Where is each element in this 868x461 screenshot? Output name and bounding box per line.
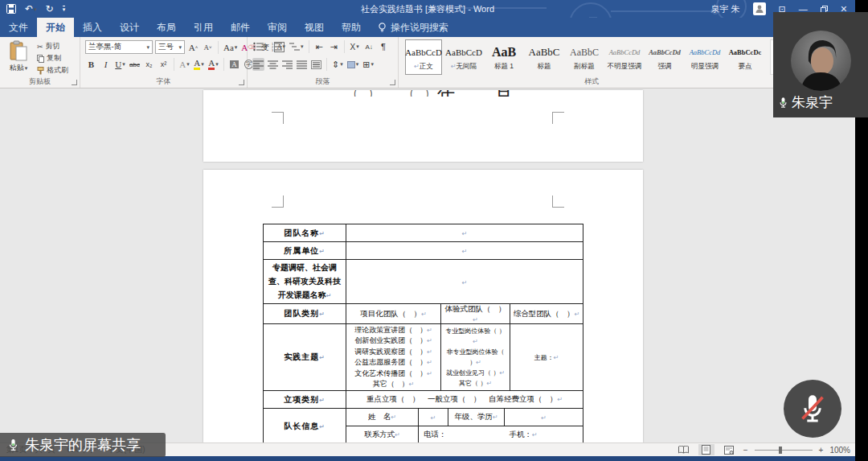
- copy-button[interactable]: 复制: [37, 52, 68, 64]
- cell-team-type-1[interactable]: 项目化团队（ ）↵: [346, 304, 441, 324]
- tab-mailings[interactable]: 邮件: [222, 18, 259, 37]
- title-bar: ↶▾ ↻ ▾ 社会实践结题书 [兼容模式] - Word 泉宇 朱 ⊡ — ×: [0, 0, 855, 18]
- increase-indent-button[interactable]: ⇥: [328, 40, 340, 53]
- font-name-combo[interactable]: 兰亭黑-简▾: [85, 40, 153, 54]
- shrink-font-button[interactable]: A˅: [202, 41, 214, 54]
- borders-button[interactable]: ⊞▾: [362, 58, 375, 71]
- shading-button[interactable]: ▾: [346, 58, 360, 71]
- cell-team-name-value[interactable]: ↵: [346, 224, 583, 242]
- align-left-button[interactable]: [252, 58, 264, 71]
- cell-unit-label[interactable]: 所属单位↵: [264, 242, 346, 260]
- style-strong[interactable]: AaBbCcDc 要点: [727, 39, 764, 75]
- clipboard-dialog-launcher[interactable]: [72, 80, 77, 85]
- style-heading1[interactable]: AaB 标题 1: [485, 39, 522, 75]
- cell-theme-label[interactable]: 实践主题↵: [264, 324, 346, 391]
- cell-leader-name-value[interactable]: ↵: [419, 409, 448, 426]
- cell-theme-col1[interactable]: 理论政策宣讲团（ ）↵ 创新创业实践团（ ）↵ 调研实践观察团（ ）↵ 公益志愿…: [346, 324, 441, 391]
- style-subtitle[interactable]: AaBbC 副标题: [566, 39, 603, 75]
- numbering-button[interactable]: 123▾: [271, 40, 287, 53]
- superscript-button[interactable]: x²: [158, 58, 170, 71]
- bullets-button[interactable]: ▾: [252, 40, 268, 53]
- zoom-slider[interactable]: [755, 444, 813, 455]
- subscript-button[interactable]: x₂: [143, 58, 155, 71]
- cell-leader-contact-value[interactable]: 电话： 手机：↵: [419, 426, 583, 443]
- distribute-button[interactable]: [310, 58, 322, 71]
- italic-button[interactable]: I: [100, 58, 112, 71]
- cell-leader-label[interactable]: 队长信息↵: [264, 409, 346, 443]
- cell-theme-col2[interactable]: 专业型岗位体验（ ）↵ 非专业型岗位体验（ ）↵ 就业创业见习（ ）↵ 其它（ …: [441, 324, 510, 391]
- style-normal[interactable]: AaBbCcD ↵正文: [405, 39, 442, 75]
- character-shading-button[interactable]: A: [228, 58, 240, 71]
- cell-leader-grade-label[interactable]: 年级、学历↵: [448, 409, 505, 426]
- cell-theme-topic[interactable]: 主题：↵: [510, 324, 583, 391]
- justify-button[interactable]: [296, 58, 308, 71]
- show-marks-button[interactable]: ¶: [378, 40, 390, 53]
- tab-references[interactable]: 引用: [185, 18, 222, 37]
- strikethrough-button[interactable]: abc: [129, 58, 141, 71]
- cell-team-type-3[interactable]: 综合型团队（ ）↵: [510, 304, 583, 324]
- tab-layout[interactable]: 布局: [148, 18, 185, 37]
- align-right-button[interactable]: [281, 58, 293, 71]
- cell-project-value[interactable]: ↵: [346, 260, 583, 304]
- cell-leader-contact-label[interactable]: 联系方式↵: [346, 426, 419, 443]
- align-center-button[interactable]: [267, 58, 279, 71]
- user-avatar-icon[interactable]: [753, 2, 766, 15]
- clipboard-group-label: 剪贴板: [0, 76, 80, 87]
- paragraph-dialog-launcher[interactable]: [390, 80, 395, 85]
- decrease-indent-button[interactable]: ⇤: [313, 40, 326, 53]
- font-size-combo[interactable]: 三号▾: [155, 40, 185, 54]
- paste-button[interactable]: 粘贴▾: [4, 40, 33, 80]
- zoom-in-button[interactable]: +: [819, 446, 824, 455]
- document-page-2[interactable]: 团队名称↵ ↵ 所属单位↵ ↵ 专题调研、社会调查、科研攻关及科技开发课题名称↵…: [203, 170, 643, 442]
- grow-font-button[interactable]: A˄: [187, 41, 199, 54]
- text-highlight-button[interactable]: A▾: [193, 58, 205, 71]
- microphone-mute-button[interactable]: [784, 380, 841, 438]
- line-spacing-button[interactable]: ⇕▾: [331, 58, 344, 71]
- font-dialog-launcher[interactable]: [239, 80, 244, 85]
- cell-funding-label[interactable]: 立项类别↵: [264, 391, 346, 409]
- cell-unit-value[interactable]: ↵: [346, 242, 583, 260]
- underline-button[interactable]: U▾: [114, 58, 126, 71]
- format-painter-button[interactable]: 格式刷: [37, 64, 68, 76]
- style-title[interactable]: AaBbC 标题: [526, 39, 563, 75]
- zoom-out-button[interactable]: −: [743, 446, 748, 455]
- webcam-panel[interactable]: 朱泉宇: [773, 12, 868, 117]
- style-emphasis[interactable]: AaBbCcDd 强调: [646, 39, 683, 75]
- tab-file[interactable]: 文件: [0, 18, 37, 37]
- web-layout-button[interactable]: [721, 444, 737, 455]
- cell-project-label[interactable]: 专题调研、社会调查、科研攻关及科技开发课题名称↵: [264, 260, 346, 304]
- document-page-1[interactable]: 二〇二〇年 月: [203, 90, 643, 162]
- style-intense-emphasis[interactable]: AaBbCcDd 明显强调: [686, 39, 723, 75]
- cut-button[interactable]: ✂剪切: [37, 40, 68, 52]
- styles-gallery: AaBbCcD ↵正文 AaBbCcD ↵无间隔 AaB 标题 1 AaBbC …: [405, 39, 764, 75]
- tell-me-search[interactable]: 操作说明搜索: [370, 18, 457, 37]
- print-layout-button[interactable]: [698, 444, 714, 455]
- zoom-level[interactable]: 100%: [829, 446, 850, 455]
- cell-funding-value[interactable]: 重点立项（ ） 一般立项（ ） 自筹经费立项（ ）↵: [346, 391, 583, 409]
- signed-in-user[interactable]: 泉宇 朱: [711, 3, 740, 15]
- zoom-slider-thumb[interactable]: [779, 447, 782, 454]
- tab-design[interactable]: 设计: [111, 18, 148, 37]
- bold-button[interactable]: B: [85, 58, 97, 71]
- asian-layout-button[interactable]: X▾: [349, 40, 361, 53]
- font-color-button[interactable]: A▾: [207, 58, 219, 71]
- tab-help[interactable]: 帮助: [333, 18, 370, 37]
- tab-view[interactable]: 视图: [296, 18, 333, 37]
- change-case-button[interactable]: Aa▾: [223, 41, 238, 54]
- text-effects-button[interactable]: A▾: [178, 58, 190, 71]
- cell-team-name-label[interactable]: 团队名称↵: [264, 224, 346, 242]
- cell-team-type-label[interactable]: 团队类别↵: [264, 304, 346, 324]
- style-subtle-emphasis[interactable]: AaBbCcDd 不明显强调: [606, 39, 643, 75]
- tab-home[interactable]: 开始: [37, 18, 74, 37]
- sort-button[interactable]: A↓: [363, 40, 375, 53]
- multilevel-list-button[interactable]: ▾: [289, 40, 305, 53]
- cell-leader-name-label[interactable]: 姓 名↵: [346, 409, 419, 426]
- document-area[interactable]: 二〇二〇年 月 团队名称↵ ↵ 所属单位↵ ↵: [0, 89, 855, 442]
- tab-insert[interactable]: 插入: [74, 18, 111, 37]
- style-no-spacing[interactable]: AaBbCcD ↵无间隔: [445, 39, 482, 75]
- cell-leader-grade-value[interactable]: ↵: [505, 409, 583, 426]
- scissors-icon: ✂: [37, 43, 43, 51]
- tab-review[interactable]: 审阅: [259, 18, 296, 37]
- cell-team-type-2[interactable]: 体验式团队（ ）↵: [441, 304, 510, 324]
- read-mode-button[interactable]: [676, 444, 692, 455]
